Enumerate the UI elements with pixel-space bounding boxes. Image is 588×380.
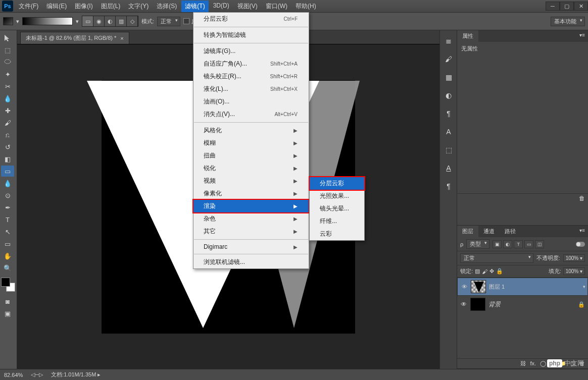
path-select-tool-icon[interactable]: ↖ (1, 226, 14, 237)
lock-pixel-icon[interactable]: 🖌 (482, 268, 487, 275)
menu-item-noise[interactable]: 杂色▶ (193, 212, 309, 225)
gradient-angle-icon[interactable]: ◐ (105, 16, 116, 26)
menu-item-distort[interactable]: 扭曲▶ (193, 149, 309, 162)
menu-item-video[interactable]: 视频▶ (193, 175, 309, 187)
eyedropper-tool-icon[interactable]: 💧 (1, 93, 14, 104)
paragraph-panel-icon[interactable]: ¶ (442, 107, 455, 120)
kind-smart-icon[interactable]: ◫ (535, 240, 544, 248)
menu-item-browse-online[interactable]: 浏览联机滤镜... (193, 256, 309, 268)
menu-help[interactable]: 帮助(H) (292, 1, 320, 12)
menu-item-sharpen[interactable]: 锐化▶ (193, 162, 309, 175)
menu-view[interactable]: 视图(V) (234, 1, 261, 12)
kind-shape-icon[interactable]: ▭ (524, 240, 533, 248)
menu-3d[interactable]: 3D(D) (210, 1, 233, 12)
menu-item-stylize[interactable]: 风格化▶ (193, 124, 309, 137)
tab-channels[interactable]: 通道 (478, 226, 500, 237)
brushes-panel-icon[interactable]: 🖌 (442, 52, 455, 66)
menu-image[interactable]: 图像(I) (71, 1, 96, 12)
gradient-tool-icon[interactable]: ▭ (1, 166, 14, 177)
menu-item-vanish[interactable]: 消失点(V)...Alt+Ctrl+V (193, 108, 309, 121)
wand-tool-icon[interactable]: ✦ (1, 69, 14, 80)
menu-item-lens-flare[interactable]: 镜头光晕... (310, 202, 364, 215)
menu-item-gallery[interactable]: 滤镜库(G)... (193, 45, 309, 58)
hand-tool-icon[interactable]: ✋ (1, 250, 14, 261)
fg-bg-colors[interactable] (1, 278, 15, 292)
trash-icon[interactable]: 🗑 (579, 195, 585, 202)
3d-panel-icon[interactable]: ⬚ (442, 143, 455, 156)
fill-input[interactable]: 100% ▾ (563, 267, 585, 275)
layer-row[interactable]: 👁 背景 🔒 (457, 296, 588, 313)
type-tool-icon[interactable]: T (1, 214, 14, 225)
history-panel-icon[interactable]: ≣ (442, 34, 455, 47)
lasso-tool-icon[interactable] (1, 57, 14, 68)
link-icon[interactable]: ⛓ (520, 360, 526, 367)
move-tool-icon[interactable] (1, 32, 14, 43)
brush-tool-icon[interactable]: 🖌 (1, 117, 14, 128)
menu-type[interactable]: 文字(Y) (125, 1, 152, 12)
layer-name[interactable]: 背景 (488, 300, 501, 309)
history-brush-tool-icon[interactable]: ↺ (1, 141, 14, 152)
tab-layers[interactable]: 图层 (457, 226, 478, 237)
tab-paths[interactable]: 路径 (500, 226, 521, 237)
menu-window[interactable]: 窗口(W) (262, 1, 291, 12)
kind-type-icon[interactable]: T (514, 240, 523, 248)
gradient-reflected-icon[interactable]: ▥ (116, 16, 127, 26)
kind-pixel-icon[interactable]: ▣ (493, 240, 502, 248)
tool-preset-icon[interactable] (3, 17, 13, 25)
lock-trans-icon[interactable]: ▨ (475, 268, 480, 275)
menu-item-render[interactable]: 渲染▶ (193, 200, 309, 212)
tab-properties[interactable]: 属性 (457, 30, 478, 42)
layer-row[interactable]: 👁 图层 1 (457, 278, 588, 296)
document-tab[interactable]: 未标题-1 @ 82.6% (图层 1, RGB/8) * × (20, 32, 129, 44)
workspace-select[interactable]: 基本功能 (551, 17, 585, 26)
menu-item-clouds[interactable]: 云彩 (310, 228, 364, 240)
dodge-tool-icon[interactable]: ⊙ (1, 190, 14, 201)
gradient-preview[interactable] (22, 17, 73, 25)
menu-item-liquify[interactable]: 液化(L)...Shift+Ctrl+X (193, 83, 309, 95)
menu-file[interactable]: 文件(F) (15, 1, 42, 12)
menu-item-digimarc[interactable]: Digimarc▶ (193, 241, 309, 252)
styles-panel-icon[interactable]: ◐ (442, 89, 455, 102)
menu-item-lighting[interactable]: 光照效果... (310, 190, 364, 202)
screenmode-icon[interactable]: ▣ (1, 308, 14, 319)
menu-item-oil[interactable]: 油画(O)... (193, 95, 309, 108)
menu-item-pixelate[interactable]: 像素化▶ (193, 187, 309, 200)
glyphs-panel-icon[interactable]: A (442, 161, 455, 175)
marquee-tool-icon[interactable]: ⬚ (1, 44, 14, 56)
close-button[interactable]: ✕ (574, 2, 588, 11)
stamp-tool-icon[interactable]: ⎌ (1, 129, 14, 140)
menu-edit[interactable]: 编辑(E) (43, 1, 70, 12)
visibility-icon[interactable]: 👁 (461, 284, 468, 290)
character-panel-icon[interactable]: A (442, 125, 455, 138)
dropdown-arrow-icon[interactable]: ▾ (76, 18, 79, 25)
crop-tool-icon[interactable]: ✂ (1, 81, 14, 92)
dropdown-arrow-icon[interactable]: ▾ (16, 18, 19, 25)
layer-name[interactable]: 图层 1 (489, 283, 505, 291)
panel-menu-icon[interactable]: ▾≡ (576, 226, 588, 237)
zoom-display[interactable]: 82.64% (4, 372, 23, 378)
heal-tool-icon[interactable]: ✚ (1, 105, 14, 116)
mask-icon[interactable]: ◯ (540, 360, 546, 367)
menu-item-diff-clouds[interactable]: 分层云彩 (310, 177, 364, 190)
pen-tool-icon[interactable]: ✒ (1, 202, 14, 213)
info-panel-icon[interactable]: ¶ (442, 180, 455, 193)
blend-mode-select[interactable]: 正常 (460, 253, 533, 263)
doc-info[interactable]: 文档:1.01M/1.35M ▸ (51, 371, 101, 378)
fx-icon[interactable]: fx. (530, 360, 536, 367)
gradient-radial-icon[interactable]: ◉ (93, 16, 105, 26)
layer-filter-select[interactable]: 类型 (466, 239, 489, 249)
tab-close-icon[interactable]: × (120, 35, 123, 41)
menu-item-adaptive[interactable]: 自适应广角(A)...Shift+Ctrl+A (193, 58, 309, 70)
filter-toggle[interactable] (576, 242, 585, 247)
blur-tool-icon[interactable]: 💧 (1, 178, 14, 189)
menu-select[interactable]: 选择(S) (153, 1, 180, 12)
visibility-icon[interactable]: 👁 (460, 301, 467, 308)
minimize-button[interactable]: ─ (546, 2, 560, 11)
quickmask-icon[interactable]: ◙ (1, 296, 14, 307)
menu-item-fibers[interactable]: 纤维... (310, 215, 364, 228)
menu-filter[interactable]: 滤镜(T) (181, 1, 208, 12)
mode-select[interactable]: 正常 (157, 17, 180, 26)
zoom-tool-icon[interactable]: 🔍 (1, 262, 14, 274)
menu-item-convert-smart[interactable]: 转换为智能滤镜 (193, 29, 309, 41)
swatches-panel-icon[interactable]: ▦ (442, 71, 455, 84)
